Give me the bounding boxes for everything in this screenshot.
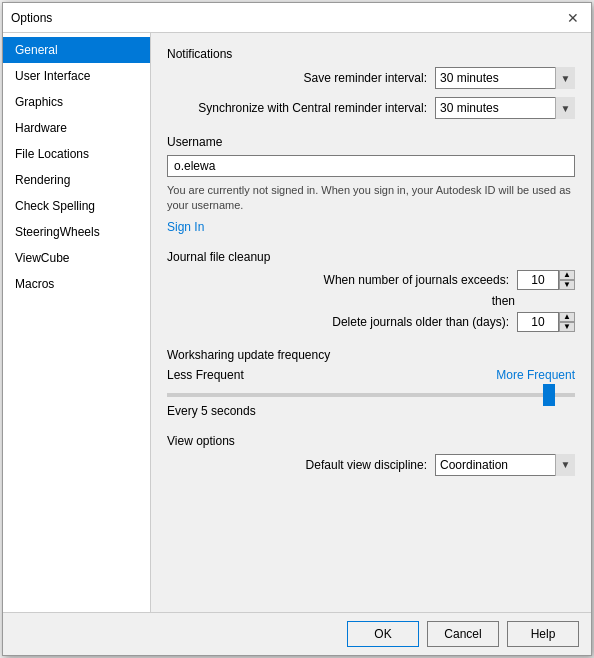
sidebar-item-general[interactable]: General — [3, 37, 150, 63]
ws-frequency-label: Every 5 seconds — [167, 404, 575, 418]
sidebar-item-rendering[interactable]: Rendering — [3, 167, 150, 193]
discipline-label: Default view discipline: — [306, 458, 427, 472]
notifications-section: Notifications Save reminder interval: 5 … — [167, 47, 575, 119]
dialog-title: Options — [11, 11, 52, 25]
sync-reminder-dropdown[interactable]: 5 minutes 15 minutes 30 minutes 1 hour N… — [435, 97, 575, 119]
footer: OK Cancel Help — [3, 612, 591, 655]
title-bar: Options ✕ — [3, 3, 591, 33]
sidebar-item-check-spelling[interactable]: Check Spelling — [3, 193, 150, 219]
discipline-dropdown-wrapper: Architectural Structural Mechanical Elec… — [435, 454, 575, 476]
journals-delete-input[interactable] — [517, 312, 559, 332]
then-label-row: then — [167, 294, 575, 308]
dialog-body: General User Interface Graphics Hardware… — [3, 33, 591, 612]
journals-exceeds-up[interactable]: ▲ — [559, 270, 575, 280]
discipline-dropdown[interactable]: Architectural Structural Mechanical Elec… — [435, 454, 575, 476]
journals-delete-spinner: ▲ ▼ — [517, 312, 575, 332]
journals-exceeds-down[interactable]: ▼ — [559, 280, 575, 290]
ws-less-label: Less Frequent — [167, 368, 244, 382]
view-options-section: View options Default view discipline: Ar… — [167, 434, 575, 476]
username-title: Username — [167, 135, 575, 149]
save-reminder-row: Save reminder interval: 5 minutes 15 min… — [167, 67, 575, 89]
worksharing-section: Worksharing update frequency Less Freque… — [167, 348, 575, 418]
journals-exceeds-input[interactable] — [517, 270, 559, 290]
sync-reminder-label: Synchronize with Central reminder interv… — [198, 101, 427, 115]
save-reminder-dropdown-wrapper: 5 minutes 15 minutes 30 minutes 1 hour N… — [435, 67, 575, 89]
sidebar-item-view-cube[interactable]: ViewCube — [3, 245, 150, 271]
close-button[interactable]: ✕ — [563, 8, 583, 28]
journals-delete-row: Delete journals older than (days): ▲ ▼ — [167, 312, 575, 332]
journals-delete-down[interactable]: ▼ — [559, 322, 575, 332]
then-label: then — [492, 294, 515, 308]
cancel-button[interactable]: Cancel — [427, 621, 499, 647]
save-reminder-label: Save reminder interval: — [304, 71, 427, 85]
sync-reminder-row: Synchronize with Central reminder interv… — [167, 97, 575, 119]
sidebar-item-steering-wheels[interactable]: SteeringWheels — [3, 219, 150, 245]
notifications-title: Notifications — [167, 47, 575, 61]
journals-exceeds-label: When number of journals exceeds: — [324, 273, 509, 287]
journals-delete-up[interactable]: ▲ — [559, 312, 575, 322]
view-options-title: View options — [167, 434, 575, 448]
journals-exceeds-row: When number of journals exceeds: ▲ ▼ — [167, 270, 575, 290]
sign-in-link[interactable]: Sign In — [167, 220, 204, 234]
username-note: You are currently not signed in. When yo… — [167, 183, 575, 214]
help-button[interactable]: Help — [507, 621, 579, 647]
sidebar-item-hardware[interactable]: Hardware — [3, 115, 150, 141]
main-content: Notifications Save reminder interval: 5 … — [151, 33, 591, 612]
options-dialog: Options ✕ General User Interface Graphic… — [2, 2, 592, 656]
save-reminder-dropdown[interactable]: 5 minutes 15 minutes 30 minutes 1 hour N… — [435, 67, 575, 89]
ws-more-label: More Frequent — [496, 368, 575, 382]
ok-button[interactable]: OK — [347, 621, 419, 647]
journal-section: Journal file cleanup When number of jour… — [167, 250, 575, 332]
journals-delete-buttons: ▲ ▼ — [559, 312, 575, 332]
discipline-row: Default view discipline: Architectural S… — [167, 454, 575, 476]
sync-reminder-dropdown-wrapper: 5 minutes 15 minutes 30 minutes 1 hour N… — [435, 97, 575, 119]
journal-title: Journal file cleanup — [167, 250, 575, 264]
sidebar-item-macros[interactable]: Macros — [3, 271, 150, 297]
worksharing-slider[interactable] — [167, 393, 575, 397]
worksharing-title: Worksharing update frequency — [167, 348, 575, 362]
sidebar-item-user-interface[interactable]: User Interface — [3, 63, 150, 89]
sidebar-item-graphics[interactable]: Graphics — [3, 89, 150, 115]
ws-labels: Less Frequent More Frequent — [167, 368, 575, 382]
sidebar: General User Interface Graphics Hardware… — [3, 33, 151, 612]
sidebar-item-file-locations[interactable]: File Locations — [3, 141, 150, 167]
username-input[interactable] — [167, 155, 575, 177]
username-section: Username You are currently not signed in… — [167, 135, 575, 234]
journals-delete-label: Delete journals older than (days): — [332, 315, 509, 329]
journals-exceeds-spinner: ▲ ▼ — [517, 270, 575, 290]
journals-exceeds-buttons: ▲ ▼ — [559, 270, 575, 290]
